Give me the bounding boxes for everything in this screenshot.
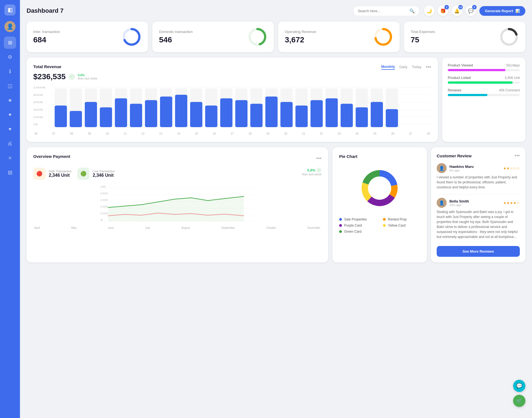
- metric-row-0: Product Viewed 561/days: [448, 63, 520, 67]
- payment-line-chart: 100k0.800k0.600k0.400k0.200k0k: [33, 185, 321, 224]
- review-avatar-0: 👤: [437, 163, 447, 173]
- review-stars-1: ★★★★☆: [503, 201, 520, 205]
- progress-container-2: [448, 94, 520, 96]
- progress-bar-1: [448, 81, 513, 84]
- payment-x-label: November: [308, 226, 320, 229]
- svg-text:1000k: 1000k: [33, 86, 46, 89]
- payment-x-labels: AprilMayJuneJulyAugustSeptemberOctoberNo…: [33, 226, 321, 229]
- sidebar-item-settings[interactable]: ⚙: [4, 51, 16, 63]
- payment-trend-up-icon: ↑: [316, 168, 321, 173]
- review-text-1: Dealing with Syamsudin and Bakri was a j…: [437, 209, 520, 239]
- search-input[interactable]: [358, 9, 407, 13]
- legend-item-2: Purple Card: [339, 224, 376, 227]
- low-transaction-label: Low Transaction: [93, 170, 115, 173]
- stat-card-info-3: Total Expenses 75: [411, 30, 435, 44]
- generate-report-label: Generate Report: [485, 9, 513, 13]
- bar-x-label: 18: [249, 132, 252, 135]
- tab-daily[interactable]: Daily: [399, 65, 407, 70]
- svg-rect-39: [190, 102, 202, 127]
- svg-text:100k: 100k: [100, 185, 106, 188]
- theme-toggle-button[interactable]: 🌙: [424, 6, 434, 16]
- stat-card-3: Total Expenses 75: [404, 22, 525, 52]
- metric-value-0: 561/days: [506, 63, 520, 67]
- progress-container-1: [448, 81, 520, 84]
- sidebar-item-heart2[interactable]: ♥: [4, 123, 16, 135]
- cart-float-button[interactable]: 🛒: [513, 395, 525, 407]
- tab-monthly[interactable]: Monthly: [381, 65, 395, 70]
- sidebar-item-heart1[interactable]: ♥: [4, 109, 16, 121]
- bell-button[interactable]: 🔔 12: [452, 6, 462, 16]
- review-name-0: Hawkins Maru: [449, 165, 474, 169]
- search-box[interactable]: 🔍: [353, 6, 420, 16]
- bar-x-label: 25: [373, 132, 376, 135]
- bar-x-label: 28: [427, 132, 430, 135]
- sidebar-item-dashboard[interactable]: ⊞: [4, 37, 16, 49]
- svg-rect-41: [205, 106, 217, 127]
- pie-chart: [355, 163, 405, 213]
- svg-rect-31: [130, 104, 142, 127]
- low-transaction-icon: 🟢: [77, 168, 89, 180]
- svg-text:0k: 0k: [33, 123, 38, 126]
- sidebar-item-menu[interactable]: ≡: [4, 152, 16, 164]
- stat-card-value-2: 3,672: [285, 35, 316, 44]
- sidebar-item-list[interactable]: ▤: [4, 166, 16, 178]
- sidebar-item-star[interactable]: ★: [4, 94, 16, 106]
- sidebar-item-info[interactable]: ℹ: [4, 65, 16, 78]
- avatar[interactable]: 👤: [4, 21, 16, 32]
- stat-card-1: Domestic transaction 546: [152, 22, 274, 52]
- reviews-more-icon[interactable]: •••: [515, 153, 520, 159]
- bottom-row: Overview Payment ••• 🔴 High Transaction …: [27, 147, 525, 262]
- support-float-button[interactable]: 💬: [513, 380, 525, 392]
- metric-row-1: Product Listed 3,456 Unit: [448, 76, 520, 80]
- sidebar-item-analytics[interactable]: ◫: [4, 80, 16, 92]
- trend-sub: than last week: [78, 77, 97, 80]
- review-item-1: 👤 Bella Smith 20m ago ★★★★☆ Dealing with…: [437, 198, 520, 239]
- svg-text:0.200k: 0.200k: [100, 212, 108, 215]
- payment-metrics: 🔴 High Transaction 2,346 Unit 🟢 Low Tran…: [33, 168, 321, 180]
- metric-row-2: Reviews 456 Comment: [448, 88, 520, 92]
- stat-card-value-0: 684: [33, 35, 60, 44]
- revenue-more-icon[interactable]: •••: [426, 64, 431, 70]
- svg-rect-37: [175, 95, 187, 127]
- bar-x-label: 11: [124, 132, 127, 135]
- payment-trend-sub: than last week: [302, 173, 321, 176]
- review-time-1: 20m ago: [449, 203, 469, 207]
- svg-text:0.800k: 0.800k: [100, 192, 108, 195]
- svg-rect-33: [145, 100, 157, 127]
- svg-rect-29: [115, 98, 127, 127]
- generate-report-button[interactable]: Generate Report 📊: [479, 6, 525, 16]
- donut-0: [122, 27, 141, 47]
- payment-x-label: August: [181, 226, 190, 229]
- trend-pct: 0,8%: [78, 73, 97, 77]
- high-transaction-value: 2,346 Unit: [49, 173, 72, 178]
- stat-card-label-1: Domestic transaction: [159, 30, 193, 34]
- revenue-card: Total Revenue Monthly Daily Today ••• $2…: [27, 58, 438, 142]
- metrics-card: Product Viewed 561/days Product Listed 3…: [442, 58, 525, 142]
- svg-text:0.600k: 0.600k: [100, 199, 108, 201]
- revenue-tabs: Monthly Daily Today •••: [381, 64, 431, 70]
- svg-rect-35: [160, 97, 172, 127]
- see-more-reviews-button[interactable]: See More Reviews: [437, 246, 520, 257]
- legend-dot-2: [339, 224, 342, 227]
- bar-x-label: 22: [320, 132, 323, 135]
- tab-today[interactable]: Today: [412, 65, 421, 70]
- payment-more-icon[interactable]: •••: [316, 156, 321, 161]
- bar-x-labels: 0607080910111213141516171819202122232425…: [33, 132, 431, 135]
- bar-x-label: 20: [284, 132, 287, 135]
- chat-button[interactable]: 💬 5: [466, 6, 476, 16]
- svg-rect-51: [280, 102, 293, 127]
- legend-label-3: Yellow Card: [388, 224, 406, 227]
- donut-2: [374, 27, 393, 47]
- bell-badge: 12: [458, 5, 463, 9]
- pie-legend: Sale Properties Rented Prop Purple Card …: [339, 217, 420, 234]
- metric-label-2: Reviews: [448, 88, 461, 92]
- svg-rect-57: [326, 98, 338, 127]
- svg-text:400k: 400k: [33, 108, 43, 111]
- payment-card: Overview Payment ••• 🔴 High Transaction …: [27, 147, 328, 262]
- gift-button[interactable]: 🎁 2: [438, 6, 448, 16]
- header: Dashboard 7 🔍 🌙 🎁 2 🔔 12 💬 5 Generate Re…: [27, 6, 525, 16]
- svg-rect-49: [265, 97, 278, 127]
- sidebar-item-print[interactable]: 🖨: [4, 137, 16, 150]
- bar-x-label: 10: [106, 132, 109, 135]
- page-title: Dashboard 7: [27, 7, 349, 14]
